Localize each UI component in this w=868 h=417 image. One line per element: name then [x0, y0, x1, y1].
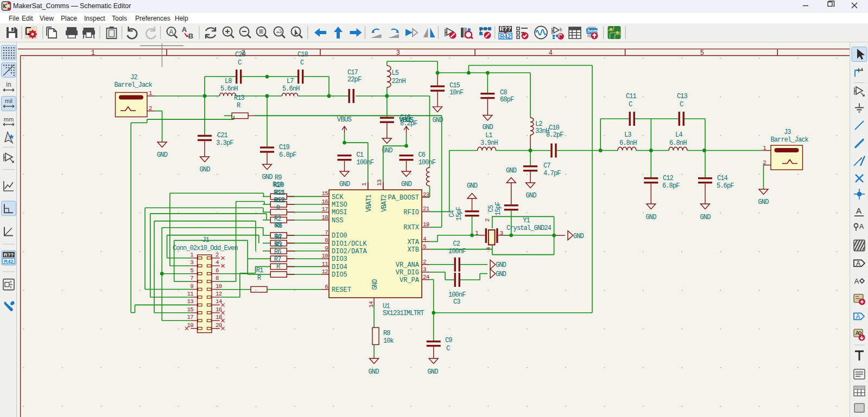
svg-text:22nH: 22nH [392, 78, 406, 85]
svg-text:R7: R7 [275, 234, 282, 241]
svg-text:U1: U1 [383, 303, 390, 310]
svg-text:VR_ANA: VR_ANA [396, 261, 420, 269]
svg-text:R: R [257, 274, 261, 282]
svg-text:5: 5 [190, 267, 193, 274]
svg-text:C7: C7 [543, 162, 550, 170]
svg-text:J3: J3 [784, 129, 791, 136]
svg-text:RESET: RESET [332, 286, 351, 294]
svg-text:2: 2 [216, 252, 219, 258]
svg-text:5.6nH: 5.6nH [220, 85, 238, 93]
svg-text:15pF: 15pF [455, 207, 463, 221]
svg-text:21: 21 [423, 206, 430, 212]
svg-text:5.6pF: 5.6pF [717, 182, 734, 190]
svg-text:9: 9 [190, 283, 193, 290]
svg-text:2: 2 [484, 219, 491, 222]
svg-text:PA_BOOST: PA_BOOST [388, 194, 419, 202]
svg-text:GND: GND [371, 279, 379, 290]
svg-text:R: R [237, 102, 240, 110]
svg-text:GND: GND [401, 181, 412, 188]
svg-text:L3: L3 [624, 131, 631, 139]
svg-text:NSS: NSS [332, 217, 344, 224]
svg-text:R??: R?? [499, 25, 511, 32]
svg-text:8.2pF: 8.2pF [546, 131, 563, 139]
svg-text:R: R [276, 204, 280, 212]
svg-text:6.8nH: 6.8nH [669, 139, 687, 147]
svg-text:17: 17 [322, 206, 328, 213]
svg-text:10nF: 10nF [449, 89, 464, 97]
svg-text:VR_DIG: VR_DIG [396, 269, 419, 277]
svg-text:A: A [854, 277, 859, 285]
svg-text:VBAT1: VBAT1 [365, 195, 373, 212]
svg-text:8: 8 [216, 275, 219, 281]
svg-text:J2: J2 [130, 74, 137, 81]
svg-text:18: 18 [216, 314, 222, 320]
svg-text:C: C [300, 59, 304, 67]
svg-text:C5: C5 [487, 205, 495, 212]
svg-text:VBUS: VBUS [337, 116, 352, 124]
svg-text:6.8pF: 6.8pF [662, 182, 680, 190]
svg-text:MISO: MISO [332, 201, 347, 209]
svg-text:1: 1 [91, 49, 95, 57]
svg-text:GND: GND [573, 233, 584, 240]
svg-text:Barrel_Jack: Barrel_Jack [115, 81, 153, 89]
svg-text:Barrel_Jack: Barrel_Jack [771, 136, 809, 144]
svg-text:14: 14 [216, 298, 223, 305]
svg-text:5: 5 [423, 243, 426, 250]
svg-text:VR_PA: VR_PA [400, 277, 420, 284]
svg-text:J1: J1 [202, 236, 209, 244]
svg-text:DIO5: DIO5 [332, 271, 347, 279]
svg-text:C: C [680, 101, 683, 108]
svg-text:C11: C11 [626, 93, 637, 100]
svg-text:GND: GND [496, 271, 506, 278]
svg-text:A: A [856, 260, 860, 267]
svg-text:GND: GND [758, 198, 769, 206]
svg-text:VBAT2: VBAT2 [381, 195, 388, 212]
svg-text:L2: L2 [535, 120, 542, 128]
svg-text:8: 8 [325, 237, 328, 243]
svg-text:RXTX: RXTX [403, 224, 419, 232]
svg-text:7: 7 [325, 229, 328, 236]
svg-text:C19: C19 [279, 144, 290, 151]
svg-text:3: 3 [423, 266, 426, 273]
svg-text:GND: GND [339, 181, 350, 188]
svg-text:C9: C9 [445, 337, 452, 344]
svg-text:5: 5 [700, 49, 704, 57]
svg-text:C3: C3 [453, 298, 460, 306]
svg-text:SCK: SCK [332, 194, 344, 201]
svg-text:C17: C17 [347, 69, 358, 76]
svg-text:10k: 10k [383, 337, 394, 345]
svg-text:C: C [629, 101, 632, 108]
svg-text:DIO1/DCLK: DIO1/DCLK [332, 240, 368, 248]
svg-text:C18: C18 [297, 51, 308, 59]
svg-text:C6: C6 [419, 151, 426, 159]
svg-text:DIO2/DATA: DIO2/DATA [332, 248, 368, 255]
svg-text:L5: L5 [392, 69, 399, 77]
svg-text:6.8pF: 6.8pF [279, 151, 296, 159]
svg-text:10: 10 [322, 253, 328, 259]
svg-text:11: 11 [187, 291, 194, 297]
svg-text:18: 18 [322, 214, 328, 221]
svg-text:19: 19 [423, 221, 429, 228]
svg-text:9: 9 [325, 245, 328, 252]
svg-text:A: A [182, 25, 187, 34]
svg-text:in: in [6, 81, 11, 88]
svg-text:GND: GND [200, 166, 211, 174]
svg-text:GND: GND [369, 368, 379, 376]
svg-text:DIO0: DIO0 [332, 232, 347, 240]
svg-text:4: 4 [549, 49, 553, 57]
svg-text:C21: C21 [217, 132, 228, 139]
svg-text:3: 3 [500, 230, 503, 236]
svg-text:A: A [169, 28, 173, 36]
svg-text:GND: GND [506, 167, 517, 175]
svg-text:SX1231IMLTRT: SX1231IMLTRT [383, 310, 424, 317]
svg-text:C12: C12 [663, 175, 674, 182]
svg-text:L4: L4 [675, 131, 682, 139]
svg-text:R21: R21 [275, 189, 286, 197]
svg-text:15: 15 [322, 190, 328, 197]
svg-text:RFIO: RFIO [403, 209, 419, 216]
svg-text:2: 2 [149, 105, 152, 112]
svg-text:L7: L7 [287, 78, 294, 85]
svg-text:C14: C14 [717, 175, 728, 182]
svg-text:6.8nH: 6.8nH [619, 139, 637, 147]
svg-text:14: 14 [368, 301, 375, 308]
